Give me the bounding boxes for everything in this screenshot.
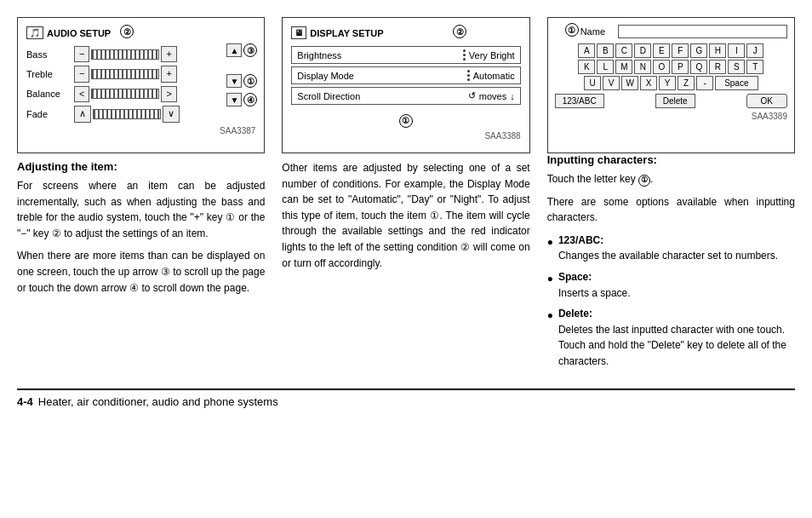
annotation-3: ③ bbox=[243, 43, 257, 57]
fade-track bbox=[93, 109, 161, 119]
kb-row-2: K L M N O P Q R S T bbox=[555, 60, 787, 74]
balance-right[interactable]: > bbox=[161, 86, 176, 102]
scroll-down2-btn[interactable]: ▼ bbox=[226, 93, 242, 106]
scroll-down-btn[interactable]: ▼ bbox=[226, 74, 242, 88]
kb-c[interactable]: C bbox=[615, 43, 632, 58]
balance-slider: < > bbox=[74, 86, 177, 102]
footer: 4-4 Heater, air conditioner, audio and p… bbox=[17, 388, 795, 408]
kb-h[interactable]: H bbox=[709, 43, 726, 58]
display-para: Other items are adjusted by selecting on… bbox=[282, 160, 529, 271]
bullet-dot-1: ● bbox=[547, 234, 553, 264]
display-icon: 🖥 bbox=[291, 26, 306, 39]
kb-name-field[interactable] bbox=[618, 25, 787, 38]
scroll-arrows: ▲ ③ ▼ ① ▼ ④ bbox=[226, 43, 257, 106]
kb-z[interactable]: Z bbox=[678, 76, 695, 90]
fade-up[interactable]: ∧ bbox=[74, 106, 91, 122]
kb-space[interactable]: Space bbox=[715, 76, 758, 90]
kb-123abc[interactable]: 123/ABC bbox=[555, 94, 604, 108]
scroll-icon-right: ↓ bbox=[510, 91, 515, 101]
kb-name-label: Name bbox=[580, 26, 611, 37]
audio-title: AUDIO SETUP bbox=[47, 28, 111, 38]
treble-plus[interactable]: + bbox=[161, 66, 176, 82]
annotation-1-kb: ① bbox=[565, 23, 579, 37]
kb-q[interactable]: Q bbox=[690, 60, 707, 74]
kb-j[interactable]: J bbox=[746, 43, 763, 58]
kb-bottom-row: 123/ABC Delete OK bbox=[555, 94, 787, 108]
kb-p[interactable]: P bbox=[672, 60, 689, 74]
kb-circle1: ① bbox=[638, 175, 650, 187]
kb-d[interactable]: D bbox=[634, 43, 651, 58]
bass-minus[interactable]: − bbox=[74, 46, 89, 62]
kb-w[interactable]: W bbox=[621, 76, 638, 90]
kb-r[interactable]: R bbox=[709, 60, 726, 74]
kb-g[interactable]: G bbox=[690, 43, 707, 58]
kb-l[interactable]: L bbox=[597, 60, 614, 74]
kb-m[interactable]: M bbox=[615, 60, 632, 74]
kb-x[interactable]: X bbox=[640, 76, 657, 90]
audio-row-fade: Fade ∧ ∨ bbox=[26, 106, 255, 122]
kb-n[interactable]: N bbox=[634, 60, 651, 74]
bullet-123abc: ● 123/ABC: Changes the available charact… bbox=[547, 233, 795, 264]
treble-track bbox=[91, 69, 159, 79]
display-row-brightness[interactable]: Brightness Very Bright bbox=[291, 46, 520, 64]
display-title: DISPLAY SETUP bbox=[310, 28, 383, 38]
display-row-mode[interactable]: Display Mode Automatic bbox=[291, 66, 520, 84]
display-header: 🖥 DISPLAY SETUP bbox=[291, 26, 520, 39]
bass-label: Bass bbox=[26, 49, 71, 60]
scroll-value-area: ↺ moves ↓ bbox=[468, 90, 515, 101]
bullet-dot-2: ● bbox=[547, 271, 553, 301]
kb-e[interactable]: E bbox=[653, 43, 670, 58]
brightness-dots bbox=[463, 49, 466, 60]
bullet-title-1: 123/ABC: bbox=[558, 234, 603, 246]
fade-down[interactable]: ∨ bbox=[163, 106, 180, 122]
audio-text-section: Adjusting the item: For screens where an… bbox=[17, 160, 265, 296]
kb-t[interactable]: T bbox=[746, 60, 763, 74]
kb-y[interactable]: Y bbox=[659, 76, 676, 90]
kb-bullets: ● 123/ABC: Changes the available charact… bbox=[547, 233, 795, 370]
kb-v[interactable]: V bbox=[603, 76, 620, 90]
balance-left[interactable]: < bbox=[74, 86, 89, 102]
kb-b[interactable]: B bbox=[597, 43, 614, 58]
kb-u[interactable]: U bbox=[584, 76, 601, 90]
display-text-section: Other items are adjusted by selecting on… bbox=[282, 160, 529, 271]
scroll-up-btn[interactable]: ▲ bbox=[226, 43, 242, 57]
audio-setup-header: 🎵 AUDIO SETUP bbox=[26, 26, 255, 39]
kb-delete[interactable]: Delete bbox=[655, 94, 695, 108]
audio-row-bass: Bass − + bbox=[26, 46, 255, 62]
kb-row-1: A B C D E F G H I J bbox=[555, 43, 787, 58]
kb-i[interactable]: I bbox=[728, 43, 745, 58]
kb-name-row: Name bbox=[555, 25, 787, 38]
kb-ok[interactable]: OK bbox=[746, 94, 787, 108]
bullet-title-2: Space: bbox=[558, 271, 592, 283]
fade-label: Fade bbox=[26, 109, 71, 119]
treble-minus[interactable]: − bbox=[74, 66, 89, 82]
footer-page: 4-4 bbox=[17, 395, 33, 408]
annotation-2-audio: ② bbox=[120, 25, 134, 38]
mode-value: Automatic bbox=[473, 71, 515, 81]
display-row-scroll[interactable]: Scroll Direction ↺ moves ↓ bbox=[291, 87, 520, 105]
kb-s[interactable]: S bbox=[728, 60, 745, 74]
keyboard-diagram: ① Name A B C D E F G H I J bbox=[547, 17, 795, 153]
bullet-title-3: Delete: bbox=[558, 308, 592, 319]
audio-row-treble: Treble − + bbox=[26, 66, 255, 82]
col-display: ② 🖥 DISPLAY SETUP Brightness Very Bright bbox=[273, 17, 538, 375]
mode-value-area: Automatic bbox=[467, 70, 515, 81]
bass-plus[interactable]: + bbox=[161, 46, 176, 62]
brightness-value: Very Bright bbox=[469, 50, 515, 60]
kb-f[interactable]: F bbox=[672, 43, 689, 58]
kb-o[interactable]: O bbox=[653, 60, 670, 74]
kb-k[interactable]: K bbox=[578, 60, 595, 74]
kb-heading: Inputting characters: bbox=[547, 153, 795, 166]
kb-a[interactable]: A bbox=[578, 43, 595, 58]
col-audio: ② 🎵 AUDIO SETUP Bass − + Treble bbox=[17, 17, 273, 375]
footer-title: Heater, air conditioner, audio and phone… bbox=[38, 395, 278, 408]
bullet-delete: ● Delete: Deletes the last inputted char… bbox=[547, 306, 795, 369]
kb-dash[interactable]: - bbox=[696, 76, 713, 90]
bass-slider: − + bbox=[74, 46, 177, 62]
balance-track bbox=[91, 89, 159, 99]
scroll-value: moves bbox=[479, 91, 506, 101]
treble-label: Treble bbox=[26, 69, 71, 79]
kb-options-intro: There are some options available when in… bbox=[547, 194, 795, 226]
col-keyboard: ① Name A B C D E F G H I J bbox=[539, 17, 795, 375]
annotation-4: ④ bbox=[243, 93, 257, 106]
